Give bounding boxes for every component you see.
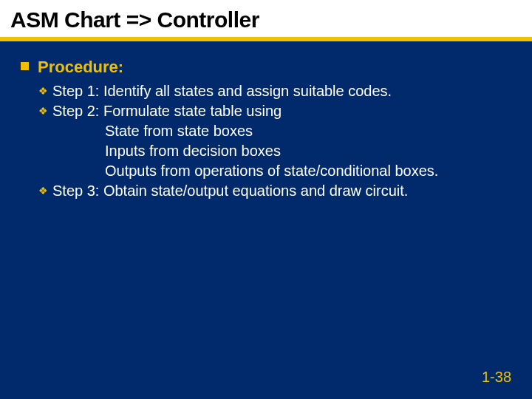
step-subline: Outputs from operations of state/conditi… [105,161,511,181]
slide-number: 1-38 [482,369,511,386]
square-bullet-icon [21,62,29,70]
heading-row: Procedure: [21,58,511,77]
slide-title: ASM Chart => Controller [10,7,522,33]
step-item: ❖ Step 1: Identify all states and assign… [38,81,511,101]
step-item: ❖ Step 3: Obtain state/output equations … [38,181,511,201]
step-text: Step 1: Identify all states and assign s… [52,81,392,101]
diamond-bullet-icon: ❖ [38,184,48,198]
step-subline: State from state boxes [105,121,511,141]
step-text: Step 3: Obtain state/output equations an… [52,181,408,201]
step-text: Step 2: Formulate state table using [52,101,282,121]
step-subline: Inputs from decision boxes [105,141,511,161]
section-heading: Procedure: [38,58,123,77]
content-area: Procedure: ❖ Step 1: Identify all states… [0,41,532,201]
step-item: ❖ Step 2: Formulate state table using [38,101,511,121]
body-block: ❖ Step 1: Identify all states and assign… [21,81,511,201]
diamond-bullet-icon: ❖ [38,84,48,98]
header-strip: ASM Chart => Controller [0,0,532,41]
diamond-bullet-icon: ❖ [38,104,48,118]
